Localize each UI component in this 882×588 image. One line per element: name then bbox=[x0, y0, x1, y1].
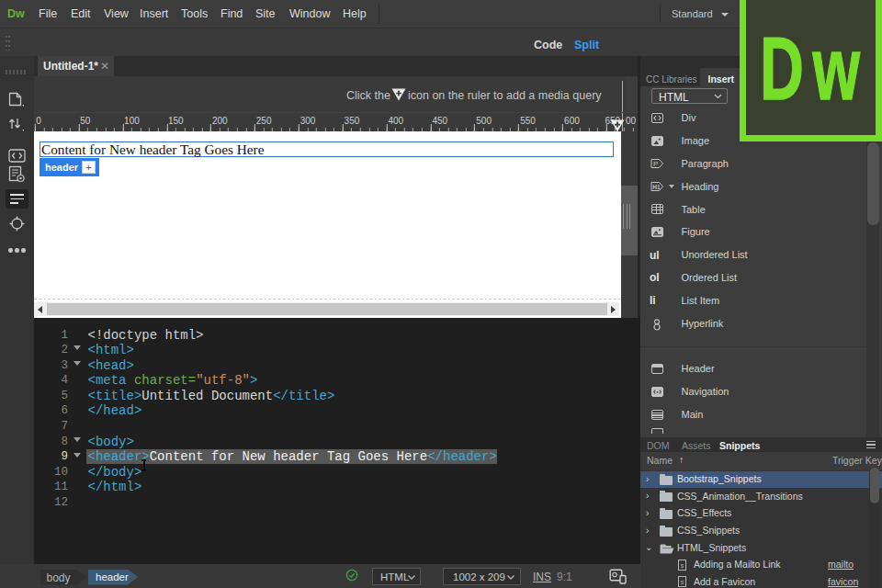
svg-text:P: P bbox=[653, 160, 658, 168]
svg-text:H1: H1 bbox=[652, 184, 661, 190]
